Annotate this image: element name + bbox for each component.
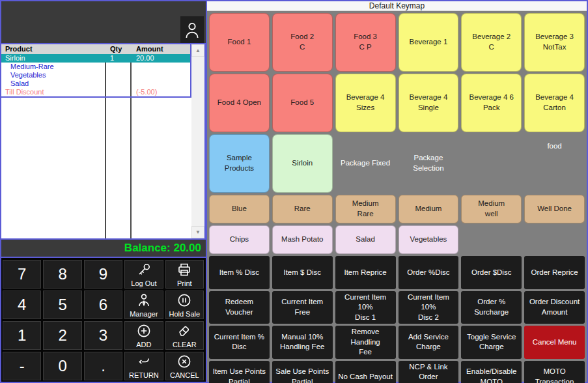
keymap-button-food-3[interactable]: Food 3 C P (335, 13, 396, 72)
function-order-percent-surcharge[interactable]: Order % Surcharge (461, 291, 522, 324)
keymap-button-well-done[interactable]: Well Done (524, 195, 585, 223)
keymap-button-food-1[interactable]: Food 1 (209, 13, 270, 72)
order-row-modifier[interactable]: Salad (1, 79, 190, 88)
order-row-sirloin[interactable]: Sirloin 1 20.00 (1, 54, 190, 63)
hold-sale-button[interactable]: Hold Sale (165, 291, 204, 319)
add-button[interactable]: ADD (124, 321, 163, 350)
person-icon (184, 20, 201, 40)
function-item-dollar-disc[interactable]: Item $ Disc (272, 256, 333, 289)
keymap-button-rare[interactable]: Rare (272, 195, 333, 223)
function-order-discount-amount[interactable]: Order Discount Amount (524, 291, 585, 324)
digit-5-button[interactable]: 5 (43, 291, 81, 319)
pause-circle-icon (176, 292, 192, 308)
keymap-button-beverage-4-sizes[interactable]: Beverage 4 Sizes (335, 74, 396, 132)
digit-7-button[interactable]: 7 (3, 260, 41, 289)
keymap-button-sirloin[interactable]: Sirloin (272, 134, 333, 193)
decimal-button[interactable]: . (84, 352, 122, 380)
keymap-button-beverage-4-single[interactable]: Beverage 4 Single (399, 74, 459, 132)
function-add-service-charge[interactable]: Add Service Charge (399, 326, 459, 359)
keymap-panel: Default Keymap Food 1 Food 2 C Food 3 C … (207, 1, 587, 382)
order-row-qty: 1 (106, 54, 132, 63)
order-scrollbar[interactable]: ▲ ▼ (191, 44, 204, 238)
digit-2-button[interactable]: 2 (43, 321, 81, 350)
function-current-item-10-disc-1[interactable]: Current Item 10% Disc 1 (335, 291, 396, 324)
column-header-qty: Qty (106, 45, 132, 53)
order-row-modifier[interactable]: Vegetables (1, 71, 190, 79)
keymap-button-salad[interactable]: Salad (335, 225, 396, 254)
logout-button[interactable]: Log Out (124, 260, 163, 289)
function-order-reprice[interactable]: Order Reprice (524, 256, 585, 289)
order-row-modifier[interactable]: Medium-Rare (1, 63, 190, 71)
key-icon (136, 262, 152, 277)
function-order-dollar-disc[interactable]: Order $Disc (461, 256, 522, 289)
clear-button[interactable]: CLEAR (165, 321, 204, 350)
digit-8-button[interactable]: 8 (43, 260, 81, 289)
keymap-button-medium-well[interactable]: Medium well (461, 195, 522, 223)
empty-cell (461, 134, 522, 193)
function-enable-disable-moto[interactable]: Enable/Disable MOTO (461, 361, 522, 383)
keymap-button-beverage-2[interactable]: Beverage 2 C (461, 13, 522, 72)
keymap-button-food-2[interactable]: Food 2 C (272, 13, 333, 72)
return-label: RETURN (129, 371, 159, 379)
keymap-button-package-selection[interactable]: Package Selection (399, 134, 459, 193)
order-row-product: Salad (1, 79, 106, 88)
cancel-menu-button[interactable]: Cancel Menu (524, 326, 585, 359)
keymap-button-food-4-open[interactable]: Food 4 Open (209, 74, 270, 132)
digit-1-button[interactable]: 1 (3, 321, 41, 350)
digit-3-button[interactable]: 3 (84, 321, 122, 350)
digit-6-button[interactable]: 6 (84, 291, 122, 319)
function-current-item-percent-disc[interactable]: Current Item % Disc (209, 326, 270, 359)
function-item-percent-disc[interactable]: Item % Disc (209, 256, 270, 289)
function-current-item-free[interactable]: Current Item Free (272, 291, 333, 324)
keymap-button-beverage-4-carton[interactable]: Beverage 4 Carton (524, 74, 585, 132)
function-redeem-voucher[interactable]: Redeem Voucher (209, 291, 270, 324)
print-button[interactable]: Print (165, 260, 204, 289)
user-button[interactable] (180, 16, 204, 43)
keymap-button-chips[interactable]: Chips (209, 225, 270, 254)
keymap-button-blue[interactable]: Blue (209, 195, 270, 223)
function-moto-transaction[interactable]: MOTO Transaction (524, 361, 585, 383)
order-row-till-discount[interactable]: Till Discount (-5.00) (1, 88, 190, 96)
keymap-button-package-fixed[interactable]: Package Fixed (335, 134, 396, 193)
empty-cell (461, 225, 522, 254)
balance-bar: Balance: 20.00 (1, 240, 206, 258)
keymap-button-beverage-1[interactable]: Beverage 1 (399, 13, 459, 72)
order-row-amount: (-5.00) (132, 88, 190, 96)
function-toggle-service-charge[interactable]: Toggle Service Charge (461, 326, 522, 359)
minus-button[interactable]: - (3, 352, 41, 380)
function-current-item-10-disc-2[interactable]: Current Item 10% Disc 2 (399, 291, 459, 324)
keymap-button-mash-potato[interactable]: Mash Potato (272, 225, 333, 254)
keymap-button-beverage-3[interactable]: Beverage 3 NotTax (524, 13, 585, 72)
return-button[interactable]: RETURN (124, 352, 163, 380)
keymap-button-medium[interactable]: Medium (399, 195, 459, 223)
function-ncp-link-order-discount[interactable]: NCP & Link Order Discount (399, 361, 459, 383)
scroll-down-icon[interactable]: ▼ (191, 226, 204, 238)
function-order-percent-disc[interactable]: Order %Disc (399, 256, 459, 289)
keymap-button-vegetables[interactable]: Vegetables (399, 225, 459, 254)
function-remove-handling-fee[interactable]: Remove Handling Fee (335, 326, 396, 359)
digit-4-button[interactable]: 4 (3, 291, 41, 319)
function-item-reprice[interactable]: Item Reprice (335, 256, 396, 289)
print-label: Print (177, 279, 192, 287)
function-no-cash-payout[interactable]: No Cash Payout (335, 361, 396, 383)
column-header-amount: Amount (132, 45, 190, 53)
function-item-use-points-partial[interactable]: Item Use Points Partial (209, 361, 270, 383)
manager-label: Manager (130, 310, 158, 318)
keymap-button-beverage-4-6-pack[interactable]: Beverage 4 6 Pack (461, 74, 522, 132)
digit-0-button[interactable]: 0 (43, 352, 81, 380)
order-header-area (1, 1, 206, 43)
keymap-button-food-5[interactable]: Food 5 (272, 74, 333, 132)
function-sale-use-points-partial[interactable]: Sale Use Points Partial (272, 361, 333, 383)
hold-sale-label: Hold Sale (169, 310, 200, 318)
clear-label: CLEAR (173, 341, 197, 348)
keymap-button-medium-rare[interactable]: Medium Rare (335, 195, 396, 223)
empty-cell (524, 225, 585, 254)
digit-9-button[interactable]: 9 (84, 260, 122, 289)
cancel-button[interactable]: CANCEL (165, 352, 204, 380)
function-manual-10-handling-fee[interactable]: Manual 10% Handling Fee (272, 326, 333, 359)
order-table: Product Qty Amount Sirloin 1 20.00 Mediu… (1, 44, 191, 238)
manager-button[interactable]: Manager (124, 291, 163, 319)
scroll-up-icon[interactable]: ▲ (191, 44, 204, 57)
keymap-button-sample-products[interactable]: Sample Products (209, 134, 270, 193)
order-panel: Product Qty Amount Sirloin 1 20.00 Mediu… (1, 1, 207, 382)
